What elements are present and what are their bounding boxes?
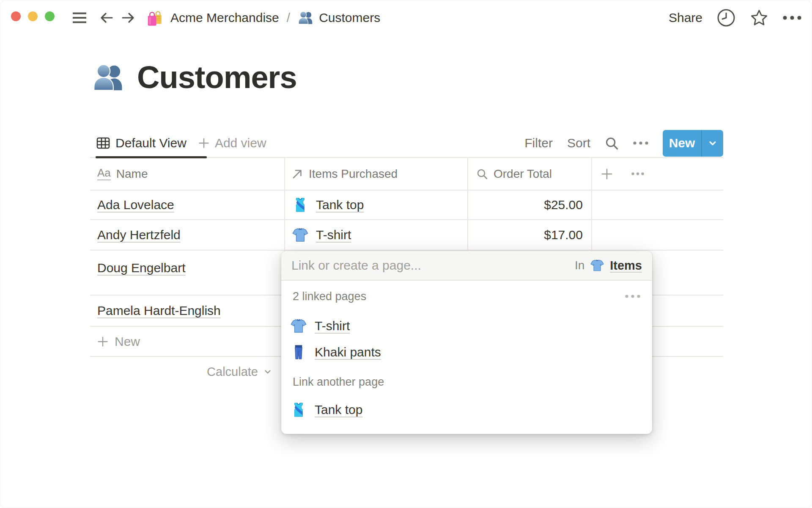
page-header: Customers xyxy=(92,59,297,95)
table-options-icon[interactable] xyxy=(631,172,644,175)
favorite-star-icon[interactable] xyxy=(750,8,768,27)
link-page-popup: Link or create a page... In Items 2 link… xyxy=(281,251,652,434)
history-clock-icon[interactable] xyxy=(716,8,736,28)
order-total-cell[interactable]: $17.00 xyxy=(467,220,591,250)
shopping-bags-emoji xyxy=(146,9,164,27)
more-options-icon[interactable] xyxy=(782,16,802,20)
order-total-cell[interactable]: $25.00 xyxy=(467,190,591,219)
name-cell[interactable]: Ada Lovelace xyxy=(90,190,284,219)
plus-icon xyxy=(198,138,209,149)
name-cell[interactable]: Andy Hertzfeld xyxy=(90,220,284,250)
view-toolbar: Default View Add view Filter Sort New xyxy=(90,128,723,158)
new-button[interactable]: New xyxy=(663,130,701,157)
breadcrumb-workspace[interactable]: Acme Merchandise xyxy=(170,11,279,25)
view-actions: Filter Sort New xyxy=(524,128,723,158)
people-emoji xyxy=(298,10,314,26)
calculate-button[interactable]: Calculate xyxy=(90,357,284,387)
zoom-window-button[interactable] xyxy=(45,11,55,21)
name-cell[interactable]: Doug Engelbart xyxy=(90,251,284,295)
breadcrumb-page[interactable]: Customers xyxy=(319,11,380,25)
chevron-down-icon xyxy=(263,367,272,376)
name-cell[interactable]: Pamela Hardt-English xyxy=(90,295,284,326)
column-header-name[interactable]: Aa Name xyxy=(90,167,284,181)
people-emoji xyxy=(92,61,125,94)
view-more-options-icon[interactable] xyxy=(633,141,648,145)
filter-button[interactable]: Filter xyxy=(524,136,553,150)
in-database-indicator: In Items xyxy=(575,258,642,273)
t-shirt-emoji xyxy=(590,258,604,273)
link-search-placeholder: Link or create a page... xyxy=(291,258,575,273)
header-extra-cell xyxy=(591,168,723,180)
in-database-link[interactable]: Items xyxy=(610,259,642,273)
tab-default-view[interactable]: Default View xyxy=(115,136,187,150)
add-view-button[interactable]: Add view xyxy=(198,136,266,150)
in-label: In xyxy=(575,259,584,272)
tank-top-emoji xyxy=(292,196,309,213)
window-topbar: Acme Merchandise / Customers Share xyxy=(0,0,812,36)
share-button[interactable]: Share xyxy=(669,11,702,25)
add-column-icon[interactable] xyxy=(601,168,613,180)
tank-top-emoji xyxy=(290,401,307,418)
column-header-order-total[interactable]: Order Total xyxy=(467,167,591,181)
linked-page-item[interactable]: Khaki pants xyxy=(281,339,652,365)
linked-pages-header: 2 linked pages xyxy=(281,289,652,304)
breadcrumb: Acme Merchandise / Customers xyxy=(146,0,380,36)
link-another-page-header: Link another page xyxy=(281,375,652,389)
sort-button[interactable]: Sort xyxy=(567,136,590,150)
forward-icon[interactable] xyxy=(121,11,135,25)
t-shirt-emoji xyxy=(290,318,307,334)
link-popup-body: 2 linked pages T-shirt Khaki pants Link … xyxy=(281,281,652,434)
window-controls xyxy=(11,11,55,21)
minimize-window-button[interactable] xyxy=(28,11,38,21)
new-dropdown-chevron-icon[interactable] xyxy=(702,130,723,157)
link-search-input[interactable]: Link or create a page... In Items xyxy=(281,251,652,281)
search-icon[interactable] xyxy=(605,136,619,150)
items-purchased-cell[interactable]: Tank top xyxy=(284,190,467,219)
title-field-icon: Aa xyxy=(97,167,111,180)
t-shirt-emoji xyxy=(292,226,309,243)
back-icon[interactable] xyxy=(99,11,114,25)
table-row: Andy Hertzfeld T-shirt $17.00 xyxy=(90,220,723,251)
close-window-button[interactable] xyxy=(11,11,21,21)
jeans-emoji xyxy=(290,344,307,361)
view-tabs: Default View Add view xyxy=(96,128,266,158)
topbar-actions: Share xyxy=(669,0,802,36)
relation-arrow-icon xyxy=(291,168,303,180)
page-title[interactable]: Customers xyxy=(137,59,297,95)
rollup-magnifier-icon xyxy=(476,168,488,180)
table-view-icon xyxy=(96,136,110,150)
suggested-page-item[interactable]: Tank top xyxy=(281,397,652,423)
table-header-row: Aa Name Items Purchased Order Total xyxy=(90,158,723,190)
app-window: Acme Merchandise / Customers Share xyxy=(0,0,812,508)
column-header-items-purchased[interactable]: Items Purchased xyxy=(284,167,467,181)
new-button-group: New xyxy=(663,130,723,157)
table-row: Ada Lovelace Tank top $25.00 xyxy=(90,190,723,220)
items-purchased-cell[interactable]: T-shirt xyxy=(284,220,467,250)
breadcrumb-separator: / xyxy=(287,11,290,25)
linked-pages-options-icon[interactable] xyxy=(625,295,640,298)
sidebar-menu-icon[interactable] xyxy=(72,12,87,24)
plus-icon xyxy=(97,336,108,347)
linked-page-item[interactable]: T-shirt xyxy=(281,313,652,339)
